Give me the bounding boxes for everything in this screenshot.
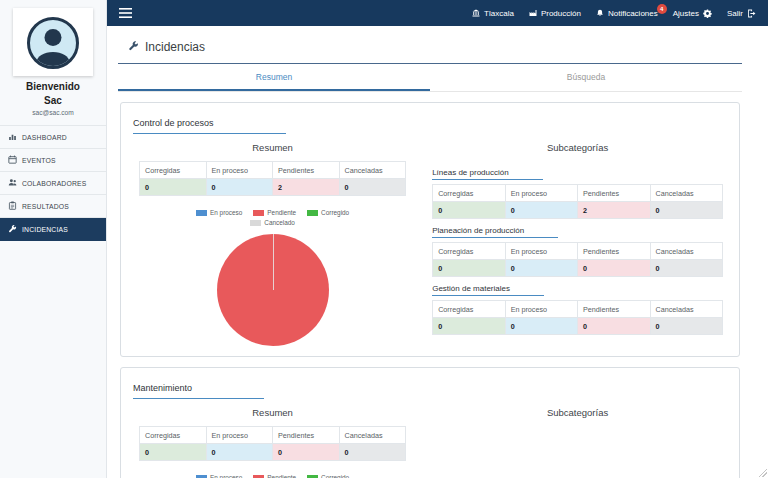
col-pendientes: Pendientes bbox=[578, 243, 650, 260]
col-en-proceso: En proceso bbox=[505, 301, 577, 318]
sidebar-item-label: COLABORADORES bbox=[22, 180, 87, 187]
subcat-table-lineas: Corregidas En proceso Pendientes Cancela… bbox=[432, 184, 723, 219]
location-menu[interactable]: Tlaxcala bbox=[472, 9, 514, 18]
control-resumen-column: Resumen Corregidas En proceso Pendientes… bbox=[133, 137, 412, 346]
value-en-proceso: 0 bbox=[505, 318, 577, 335]
sidebar-item-incidencias[interactable]: INCIDENCIAS bbox=[0, 218, 106, 241]
notifications-menu[interactable]: Notificaciones 4 bbox=[596, 9, 658, 18]
col-en-proceso: En proceso bbox=[206, 162, 273, 179]
col-corregidas: Corregidas bbox=[433, 301, 505, 318]
clipboard-icon bbox=[8, 201, 17, 211]
value-en-proceso: 0 bbox=[505, 260, 577, 277]
value-pendientes: 2 bbox=[273, 179, 340, 196]
card-control-de-procesos: Control de procesos Resumen Corregidas E… bbox=[120, 102, 740, 357]
hamburger-menu-icon[interactable] bbox=[119, 8, 132, 18]
wrench-icon bbox=[128, 40, 139, 54]
notifications-badge: 4 bbox=[657, 4, 667, 14]
sidebar-item-dashboard[interactable]: DASHBOARD bbox=[0, 126, 106, 149]
col-pendientes: Pendientes bbox=[273, 162, 340, 179]
sidebar-item-resultados[interactable]: RESULTADOS bbox=[0, 195, 106, 218]
factory-icon bbox=[529, 9, 537, 17]
wrench-icon bbox=[8, 224, 17, 234]
logout-icon bbox=[747, 9, 756, 18]
logout-menu[interactable]: Salir bbox=[727, 9, 756, 18]
page-title: Incidencias bbox=[118, 36, 742, 64]
tab-busqueda[interactable]: Búsqueda bbox=[430, 64, 742, 91]
legend-swatch-cancelado bbox=[250, 220, 261, 226]
avatar-torso bbox=[37, 52, 70, 69]
col-corregidas: Corregidas bbox=[140, 162, 207, 179]
value-corregidas: 0 bbox=[433, 318, 505, 335]
value-canceladas: 0 bbox=[650, 260, 722, 277]
logout-label: Salir bbox=[727, 9, 743, 18]
legend-label: Pendiente bbox=[267, 474, 296, 478]
legend-label: Cancelado bbox=[264, 219, 295, 226]
col-pendientes: Pendientes bbox=[273, 427, 340, 444]
col-en-proceso: En proceso bbox=[505, 185, 577, 202]
col-en-proceso: En proceso bbox=[505, 243, 577, 260]
tab-resumen[interactable]: Resumen bbox=[118, 64, 430, 91]
col-corregidas: Corregidas bbox=[433, 185, 505, 202]
resize-handle[interactable] bbox=[758, 468, 767, 477]
dashboard-icon bbox=[8, 132, 17, 142]
col-canceladas: Canceladas bbox=[650, 243, 722, 260]
col-corregidas: Corregidas bbox=[140, 427, 207, 444]
building-icon bbox=[472, 9, 480, 17]
value-en-proceso: 0 bbox=[505, 202, 577, 219]
settings-menu[interactable]: Ajustes bbox=[673, 9, 712, 18]
card-mantenimiento: Mantenimiento Resumen Corregidas En proc… bbox=[120, 367, 740, 478]
pie-legend: En proceso Pendiente Corregido Cancelado bbox=[139, 209, 406, 226]
area-menu[interactable]: Producción bbox=[529, 9, 581, 18]
value-canceladas: 0 bbox=[339, 444, 406, 461]
resumen-heading: Resumen bbox=[139, 142, 406, 153]
legend-label: Pendiente bbox=[267, 209, 296, 216]
calendar-icon bbox=[8, 155, 17, 165]
sidebar-item-label: INCIDENCIAS bbox=[22, 226, 68, 233]
sidebar-item-label: DASHBOARD bbox=[22, 134, 67, 141]
sidebar-item-label: RESULTADOS bbox=[22, 203, 69, 210]
pie-legend: En proceso Pendiente Corregido Cancelado… bbox=[139, 474, 406, 478]
value-en-proceso: 0 bbox=[206, 179, 273, 196]
gear-icon bbox=[703, 9, 712, 18]
welcome-label: Bienvenido bbox=[0, 80, 106, 94]
control-subcategorias-column: Subcategorías Líneas de producción Corre… bbox=[412, 137, 727, 346]
notifications-label: Notificaciones bbox=[608, 9, 658, 18]
subcat-table-gestion: Corregidas En proceso Pendientes Cancela… bbox=[432, 300, 723, 335]
legend-label: Corregido bbox=[321, 474, 349, 478]
sidebar-item-colaboradores[interactable]: COLABORADORES bbox=[0, 172, 106, 195]
value-pendientes: 0 bbox=[273, 444, 340, 461]
resumen-heading: Resumen bbox=[139, 407, 406, 418]
col-pendientes: Pendientes bbox=[578, 301, 650, 318]
col-en-proceso: En proceso bbox=[206, 427, 273, 444]
card-title: Mantenimiento bbox=[133, 383, 264, 399]
sidebar-item-eventos[interactable]: EVENTOS bbox=[0, 149, 106, 172]
value-pendientes: 2 bbox=[578, 202, 650, 219]
sidebar-item-label: EVENTOS bbox=[22, 157, 56, 164]
col-pendientes: Pendientes bbox=[578, 185, 650, 202]
col-corregidas: Corregidas bbox=[433, 243, 505, 260]
area-label: Producción bbox=[541, 9, 581, 18]
maintenance-resumen-table: Corregidas En proceso Pendientes Cancela… bbox=[139, 426, 406, 461]
value-canceladas: 0 bbox=[650, 202, 722, 219]
maintenance-resumen-column: Resumen Corregidas En proceso Pendientes… bbox=[133, 402, 412, 478]
avatar-card bbox=[13, 8, 93, 76]
value-pendientes: 0 bbox=[578, 318, 650, 335]
value-en-proceso: 0 bbox=[206, 444, 273, 461]
bell-icon bbox=[596, 9, 604, 17]
value-canceladas: 0 bbox=[339, 179, 406, 196]
legend-label: En proceso bbox=[210, 209, 242, 216]
subcat-table-planeacion: Corregidas En proceso Pendientes Cancela… bbox=[432, 242, 723, 277]
subcat-title-planeacion: Planeación de producción bbox=[432, 226, 558, 238]
user-name: Sac bbox=[0, 94, 106, 108]
location-label: Tlaxcala bbox=[484, 9, 514, 18]
topbar: Tlaxcala Producción Notificaciones 4 Aju… bbox=[107, 0, 768, 26]
col-canceladas: Canceladas bbox=[339, 162, 406, 179]
topbar-actions: Tlaxcala Producción Notificaciones 4 Aju… bbox=[472, 9, 756, 18]
sidebar-menu: DASHBOARD EVENTOS COLABORADORES RESULTAD… bbox=[0, 125, 106, 241]
legend-label: Corregido bbox=[321, 209, 349, 216]
sidebar: Bienvenido Sac sac@sac.com DASHBOARD EVE… bbox=[0, 0, 107, 478]
col-canceladas: Canceladas bbox=[339, 427, 406, 444]
value-corregidas: 0 bbox=[140, 444, 207, 461]
people-icon bbox=[8, 178, 17, 188]
legend-swatch-corregido bbox=[307, 210, 318, 216]
